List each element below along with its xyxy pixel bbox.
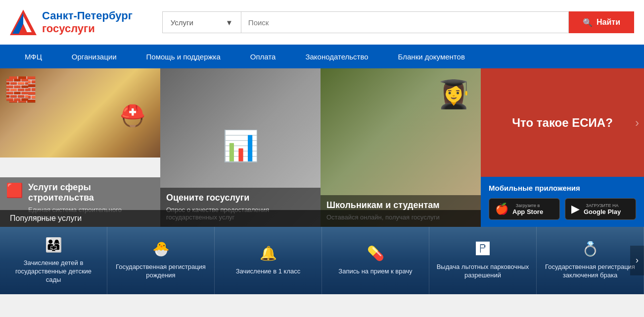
service-label-1: Государственная регистрация рождения bbox=[114, 263, 207, 280]
appstore-button[interactable]: 🍎 Загрузите в App Store bbox=[489, 198, 560, 220]
service-icon-2: 🔔 bbox=[260, 245, 277, 262]
googleplay-button[interactable]: ▶ ЗАГРУЗИТЕ НА Google Play bbox=[565, 198, 636, 220]
popular-label: Популярные услуги bbox=[0, 210, 481, 227]
services-grid: 👨‍👩‍👧 Зачисление детей в государственные… bbox=[0, 227, 644, 294]
search-button[interactable]: 🔍 Найти bbox=[569, 11, 634, 33]
esia-title: Что такое ЕСИА? bbox=[502, 106, 623, 140]
service-item-5[interactable]: 💍 Государственная регистрация заключения… bbox=[537, 227, 644, 294]
nav-mfc[interactable]: МФЦ bbox=[10, 45, 57, 68]
search-input-wrapper bbox=[241, 11, 569, 33]
service-label-3: Запись на прием к врачу bbox=[338, 267, 412, 276]
nav-legislation[interactable]: Законодательство bbox=[290, 45, 383, 68]
logo-area: Санкт-Петербург госуслуги bbox=[10, 9, 133, 36]
nav-help[interactable]: Помощь и поддержка bbox=[132, 45, 235, 68]
main-content: 🧱 ⛑️ 🟥 Услуги сферы строительства Единая… bbox=[0, 68, 644, 227]
service-item-2[interactable]: 🔔 Зачисление в 1 класс bbox=[215, 227, 322, 294]
hero-section: 🧱 ⛑️ 🟥 Услуги сферы строительства Единая… bbox=[0, 68, 644, 227]
mobile-apps-title: Мобильные приложения bbox=[489, 184, 636, 192]
service-item-0[interactable]: 👨‍👩‍👧 Зачисление детей в государственные… bbox=[0, 227, 107, 294]
services-next-icon[interactable]: › bbox=[630, 246, 644, 275]
nav-payment[interactable]: Оплата bbox=[235, 45, 291, 68]
esia-chevron-icon: › bbox=[635, 116, 639, 130]
search-button-label: Найти bbox=[597, 18, 620, 27]
service-item-3[interactable]: 💊 Запись на прием к врачу bbox=[322, 227, 429, 294]
search-input[interactable] bbox=[241, 18, 568, 27]
hero-card-3[interactable]: 👩‍🎓 Школьникам и студентам Оставайся онл… bbox=[321, 68, 481, 227]
service-icon-1: 🐣 bbox=[152, 241, 170, 257]
hero-card-2[interactable]: 📊 Оцените госуслуги Опрос о качестве пре… bbox=[160, 68, 321, 227]
logo-title: Санкт-Петербург bbox=[42, 9, 133, 22]
hero-cards: 🧱 ⛑️ 🟥 Услуги сферы строительства Единая… bbox=[0, 68, 481, 227]
nav-blanks[interactable]: Бланки документов bbox=[383, 45, 480, 68]
nav-organizations[interactable]: Организации bbox=[57, 45, 132, 68]
card2-title: Оцените госуслуги bbox=[166, 193, 315, 203]
card1-small-icon: 🟥 bbox=[6, 182, 23, 199]
search-icon: 🔍 bbox=[583, 18, 593, 27]
apple-icon: 🍎 bbox=[495, 203, 508, 215]
googleplay-text: ЗАГРУЗИТЕ НА Google Play bbox=[584, 203, 621, 215]
service-item-1[interactable]: 🐣 Государственная регистрация рождения bbox=[107, 227, 215, 294]
dropdown-chevron-icon: ▼ bbox=[226, 18, 233, 27]
service-icon-3: 💊 bbox=[367, 245, 384, 262]
service-icon-5: 💍 bbox=[582, 241, 599, 257]
service-icon-0: 👨‍👩‍👧 bbox=[45, 237, 62, 253]
esia-block[interactable]: Что такое ЕСИА? › bbox=[481, 68, 644, 177]
hero-card-1[interactable]: 🧱 ⛑️ 🟥 Услуги сферы строительства Единая… bbox=[0, 68, 160, 227]
logo-icon bbox=[10, 9, 37, 36]
services-section: 👨‍👩‍👧 Зачисление детей в государственные… bbox=[0, 227, 644, 294]
hero-right-panel: Что такое ЕСИА? › Мобильные приложения 🍎… bbox=[481, 68, 644, 227]
service-label-2: Зачисление в 1 класс bbox=[236, 267, 300, 276]
navbar: МФЦ Организации Помощь и поддержка Оплат… bbox=[0, 45, 644, 68]
header: Санкт-Петербург госуслуги Услуги ▼ 🔍 Най… bbox=[0, 0, 644, 45]
card3-title: Школьникам и студентам bbox=[326, 200, 475, 211]
service-item-4[interactable]: 🅿 Выдача льготных парковочных разрешений bbox=[429, 227, 537, 294]
card2-image: 📊 bbox=[160, 68, 321, 158]
appstore-text: Загрузите в App Store bbox=[512, 203, 543, 215]
google-play-icon: ▶ bbox=[571, 203, 580, 215]
service-label-4: Выдача льготных парковочных разрешений bbox=[436, 263, 529, 280]
card3-image: 👩‍🎓 bbox=[321, 68, 481, 158]
services-dropdown[interactable]: Услуги ▼ bbox=[162, 11, 241, 33]
service-label-0: Зачисление детей в государственные детск… bbox=[7, 259, 100, 284]
app-buttons: 🍎 Загрузите в App Store ▶ ЗАГРУЗИТЕ НА G… bbox=[489, 198, 636, 220]
service-icon-4: 🅿 bbox=[476, 241, 490, 257]
search-area: Услуги ▼ 🔍 Найти bbox=[162, 11, 634, 33]
mobile-apps-block: Мобильные приложения 🍎 Загрузите в App S… bbox=[481, 177, 644, 227]
services-dropdown-label: Услуги bbox=[171, 18, 193, 27]
card1-image: 🧱 ⛑️ bbox=[0, 68, 160, 158]
service-label-5: Государственная регистрация заключения б… bbox=[544, 263, 637, 280]
logo-text: Санкт-Петербург госуслуги bbox=[42, 9, 133, 35]
logo-subtitle: госуслуги bbox=[42, 22, 133, 35]
card1-title: Услуги сферы строительства bbox=[28, 182, 154, 203]
